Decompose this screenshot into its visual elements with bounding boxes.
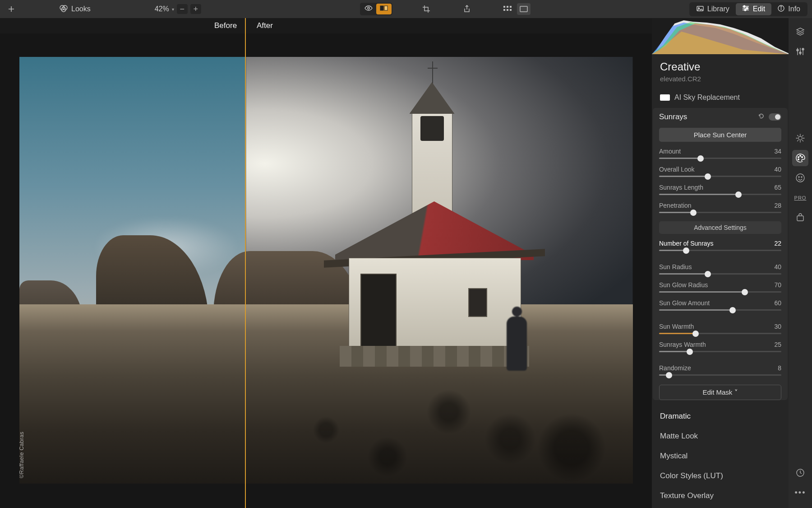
slider-amount-track[interactable] xyxy=(659,158,781,159)
looks-button[interactable]: Looks xyxy=(54,2,96,16)
sunrays-toggle[interactable] xyxy=(769,113,781,121)
slider-glow_amount-value: 60 xyxy=(774,299,781,307)
slider-glow_amount-track[interactable] xyxy=(659,309,781,311)
slider-penetration-value: 28 xyxy=(774,202,781,209)
slider-overall-value: 40 xyxy=(774,166,781,173)
svg-point-40 xyxy=(800,155,801,157)
slider-glow_radius[interactable]: Sun Glow Radius 70 xyxy=(653,280,788,298)
edit-mask-button[interactable]: Edit Mask ˅ xyxy=(659,385,781,400)
svg-rect-12 xyxy=(520,6,527,12)
share-button[interactable] xyxy=(460,3,474,15)
slider-ray_warmth[interactable]: Sunrays Warmth 25 xyxy=(653,340,788,358)
add-button[interactable] xyxy=(5,3,18,15)
slider-num[interactable]: Number of Sunrays 22 xyxy=(653,238,788,256)
essentials-category-icon[interactable] xyxy=(792,130,808,146)
photo-credit: ©Raffaele Cabras xyxy=(19,432,25,478)
filter-lut[interactable]: Color Styles (LUT) xyxy=(652,466,789,486)
slider-randomize-label: Randomize xyxy=(659,364,691,372)
slider-length-track[interactable] xyxy=(659,194,781,195)
svg-point-43 xyxy=(796,174,804,182)
history-icon[interactable] xyxy=(792,465,808,481)
preview-original-button[interactable] xyxy=(361,4,376,14)
slider-length[interactable]: Sunrays Length 65 xyxy=(653,182,788,200)
slider-glow_radius-track[interactable] xyxy=(659,291,781,293)
slider-warmth[interactable]: Sun Warmth 30 xyxy=(653,322,788,340)
slider-glow_radius-value: 70 xyxy=(774,281,781,289)
after-label: After xyxy=(257,21,273,30)
panel-filename: elevated.CR2 xyxy=(652,75,789,89)
slider-amount[interactable]: Amount 34 xyxy=(653,146,788,164)
svg-point-20 xyxy=(744,9,746,11)
compare-view-button[interactable] xyxy=(376,4,392,14)
creative-category-icon[interactable] xyxy=(792,150,808,166)
svg-rect-5 xyxy=(384,6,388,10)
svg-point-41 xyxy=(802,157,803,158)
slider-warmth-track[interactable] xyxy=(659,333,781,334)
filter-matte[interactable]: Matte Look xyxy=(652,426,789,446)
slider-penetration-track[interactable] xyxy=(659,212,781,213)
panel-section-title: Creative xyxy=(652,54,789,75)
slider-glow_amount[interactable]: Sun Glow Amount 60 xyxy=(653,298,788,316)
mode-tabs: Library Edit Info xyxy=(689,2,807,16)
zoom-in-button[interactable]: + xyxy=(190,4,201,14)
slider-penetration-label: Penetration xyxy=(659,202,692,209)
svg-point-45 xyxy=(801,177,802,177)
grid-view-button[interactable] xyxy=(501,3,514,15)
sliders-icon xyxy=(742,5,749,13)
chevron-down-icon[interactable]: ▾ xyxy=(172,7,174,12)
more-icon[interactable]: ••• xyxy=(792,485,808,501)
advanced-settings-button[interactable]: Advanced Settings xyxy=(659,221,781,234)
svg-rect-7 xyxy=(507,6,508,8)
tab-library[interactable]: Library xyxy=(690,3,736,15)
slider-radius[interactable]: Sun Radius 40 xyxy=(653,262,788,280)
crop-button[interactable] xyxy=(420,3,433,15)
filter-ai-sky[interactable]: AI Sky Replacement xyxy=(652,89,789,106)
slider-ray_warmth-track[interactable] xyxy=(659,351,781,352)
slider-overall-label: Overall Look xyxy=(659,166,695,173)
svg-point-23 xyxy=(781,6,782,7)
compare-divider[interactable] xyxy=(245,18,246,508)
histogram-toggle-icon[interactable] xyxy=(792,43,808,60)
svg-line-36 xyxy=(802,140,803,141)
single-view-button[interactable] xyxy=(517,3,531,15)
slider-overall-track[interactable] xyxy=(659,176,781,177)
tab-edit[interactable]: Edit xyxy=(736,3,772,15)
looks-label: Looks xyxy=(71,5,91,13)
svg-rect-10 xyxy=(507,9,508,11)
before-label: Before xyxy=(214,21,237,30)
sunrays-title: Sunrays xyxy=(659,112,687,121)
svg-rect-8 xyxy=(510,6,512,8)
undo-icon[interactable] xyxy=(758,112,764,121)
slider-num-track[interactable] xyxy=(659,250,781,251)
slider-length-value: 65 xyxy=(774,184,781,191)
eye-icon xyxy=(364,5,373,13)
place-sun-button[interactable]: Place Sun Center xyxy=(659,128,781,142)
looks-icon xyxy=(60,4,68,14)
portrait-category-icon[interactable] xyxy=(792,170,808,186)
utility-category-icon[interactable] xyxy=(792,210,808,226)
filter-mystical[interactable]: Mystical xyxy=(652,446,789,466)
slider-radius-track[interactable] xyxy=(659,273,781,275)
slider-num-value: 22 xyxy=(774,240,781,247)
ground-illustration xyxy=(19,304,633,484)
svg-rect-9 xyxy=(503,9,505,11)
filter-dramatic[interactable]: Dramatic xyxy=(652,406,789,426)
slider-warmth-value: 30 xyxy=(774,323,781,330)
filter-texture[interactable]: Texture Overlay xyxy=(652,486,789,506)
svg-rect-4 xyxy=(380,6,383,10)
slider-randomize[interactable]: Randomize 8 xyxy=(653,363,788,381)
histogram[interactable] xyxy=(652,18,789,54)
svg-point-18 xyxy=(743,5,745,7)
zoom-out-button[interactable]: − xyxy=(177,4,188,14)
slider-radius-label: Sun Radius xyxy=(659,263,692,270)
photo-preview[interactable]: ©Raffaele Cabras xyxy=(19,57,633,484)
layers-icon[interactable] xyxy=(792,23,808,40)
tab-info[interactable]: Info xyxy=(771,3,807,15)
slider-randomize-track[interactable] xyxy=(659,374,781,376)
chapel-illustration xyxy=(335,111,534,350)
zoom-value[interactable]: 42% xyxy=(155,5,169,13)
edit-panel: Creative elevated.CR2 AI Sky Replacement… xyxy=(652,18,789,508)
slider-penetration[interactable]: Penetration 28 xyxy=(653,200,788,219)
pro-category-icon[interactable]: PRO xyxy=(792,190,808,206)
slider-overall[interactable]: Overall Look 40 xyxy=(653,164,788,182)
